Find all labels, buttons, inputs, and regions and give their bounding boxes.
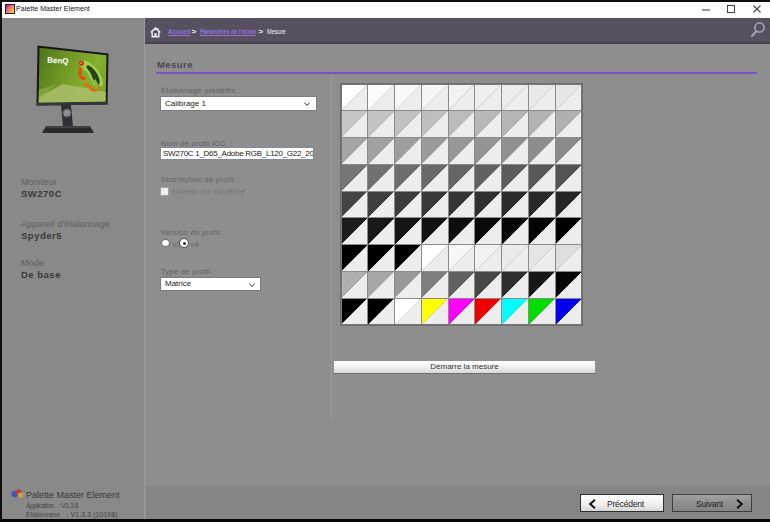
svg-text:BenQ: BenQ bbox=[47, 56, 69, 66]
